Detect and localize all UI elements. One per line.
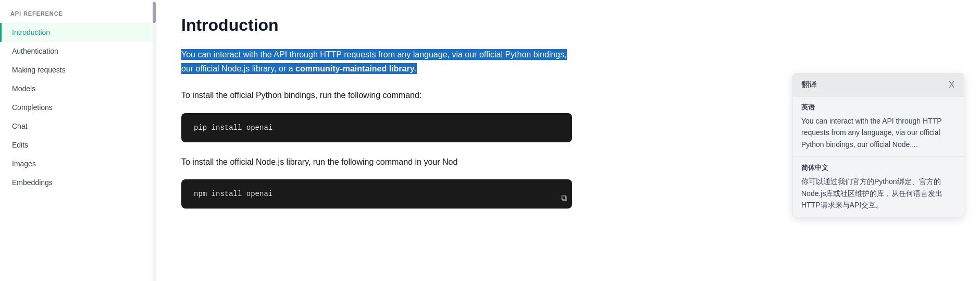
popup-close-button[interactable]: X — [948, 81, 956, 89]
sidebar-item-edits[interactable]: Edits — [0, 136, 156, 154]
pip-code-block-wrapper: pip install openai — [181, 113, 572, 142]
intro-paragraph: You can interact with the API through HT… — [181, 47, 572, 76]
popup-title: 翻译 — [801, 80, 817, 90]
npm-code-block: npm install openai ⧉ — [181, 179, 572, 209]
pip-code-block: pip install openai — [181, 113, 572, 142]
sidebar: API REFERENCE Introduction Authenticatio… — [0, 0, 156, 281]
install-python-text: To install the official Python bindings,… — [181, 88, 572, 102]
page-title: Introduction — [181, 16, 955, 35]
popup-english-text: You can interact with the API through HT… — [801, 115, 956, 150]
popup-chinese-text: 你可以通过我们官方的Python绑定、官方的Node.js库或社区维护的库，从任… — [801, 176, 956, 211]
sidebar-item-embeddings[interactable]: Embeddings — [0, 173, 156, 192]
copy-icon[interactable]: ⧉ — [561, 193, 567, 203]
popup-chinese-section: 简体中文 你可以通过我们官方的Python绑定、官方的Node.js库或社区维护… — [793, 156, 964, 217]
popup-english-section: 英语 You can interact with the API through… — [793, 96, 964, 156]
sidebar-item-models[interactable]: Models — [0, 79, 156, 98]
popup-header: 翻译 X — [793, 74, 964, 96]
popup-chinese-lang: 简体中文 — [801, 163, 956, 173]
sidebar-section-label: API REFERENCE — [0, 10, 156, 23]
sidebar-item-introduction[interactable]: Introduction — [0, 23, 156, 42]
popup-english-lang: 英语 — [801, 103, 956, 112]
npm-code-block-wrapper: npm install openai ⧉ — [181, 179, 572, 209]
sidebar-item-authentication[interactable]: Authentication — [0, 42, 156, 60]
sidebar-item-images[interactable]: Images — [0, 154, 156, 173]
translation-popup: 翻译 X 英语 You can interact with the API th… — [792, 73, 964, 217]
sidebar-item-making-requests[interactable]: Making requests — [0, 60, 156, 79]
highlighted-text: You can interact with the API through HT… — [181, 49, 567, 74]
sidebar-item-completions[interactable]: Completions — [0, 98, 156, 117]
main-content: Introduction You can interact with the A… — [156, 0, 980, 281]
sidebar-item-chat[interactable]: Chat — [0, 117, 156, 136]
install-node-text: To install the official Node.js library,… — [181, 155, 572, 169]
